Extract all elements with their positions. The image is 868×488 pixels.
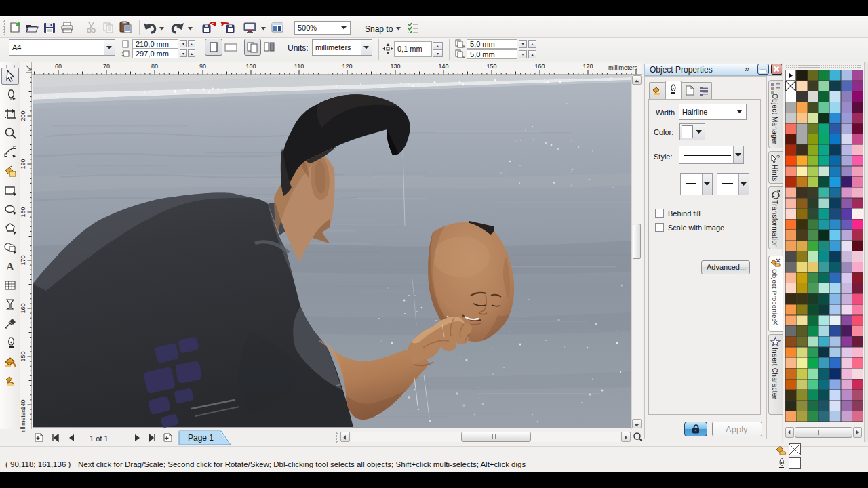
svg-text:90: 90: [199, 63, 206, 70]
svg-text:?: ?: [776, 154, 780, 161]
svg-text:140: 140: [438, 63, 448, 70]
svg-text:70: 70: [103, 63, 110, 70]
svg-text:60: 60: [55, 63, 62, 70]
svg-text:millimeters: millimeters: [608, 64, 638, 71]
svg-text:190: 190: [20, 159, 26, 169]
svg-text:A: A: [6, 261, 14, 272]
svg-text:1: 1: [121, 51, 125, 57]
svg-text:200: 200: [20, 110, 26, 121]
svg-text:Page 1: Page 1: [188, 433, 214, 443]
svg-text:130: 130: [390, 63, 400, 70]
svg-text:110: 110: [294, 63, 304, 70]
svg-text:y: y: [462, 54, 465, 58]
svg-text:150: 150: [20, 351, 26, 361]
svg-text:180: 180: [20, 207, 26, 217]
svg-text:x: x: [462, 43, 465, 48]
svg-text:160: 160: [20, 303, 26, 313]
svg-text:170: 170: [583, 63, 593, 70]
svg-text:150: 150: [486, 63, 496, 70]
svg-text:120: 120: [342, 63, 352, 70]
svg-text:millimeters: millimeters: [20, 408, 26, 432]
svg-text:160: 160: [534, 63, 545, 70]
svg-text:170: 170: [20, 255, 26, 265]
svg-text:100: 100: [245, 63, 256, 70]
svg-text:80: 80: [151, 63, 158, 70]
